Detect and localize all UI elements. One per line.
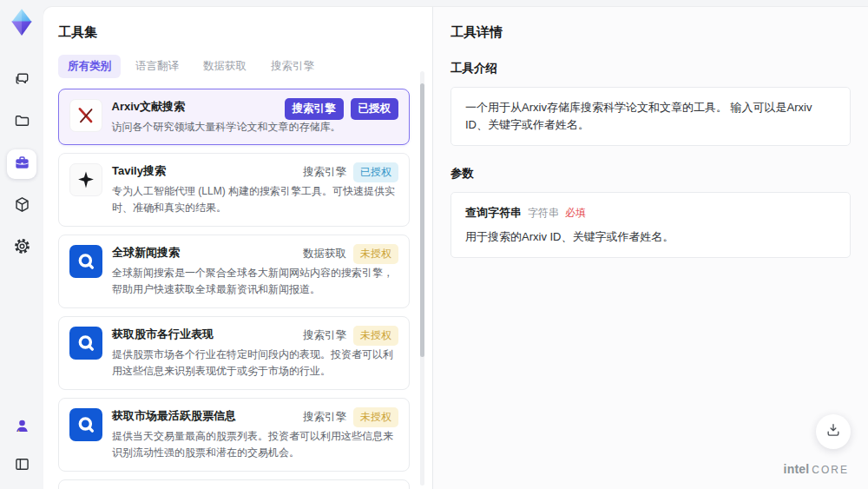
sidebar-item-chat[interactable] <box>7 66 36 96</box>
news-search-icon <box>69 327 102 360</box>
tool-category-tag: 搜索引擎 <box>303 165 346 180</box>
gear-icon <box>13 237 31 259</box>
tavily-star-icon <box>69 163 102 196</box>
tool-status-badge: 未授权 <box>353 326 398 346</box>
sidebar-item-models[interactable] <box>7 191 36 221</box>
tool-card[interactable]: 获取股市各行业表现 提供股票市场各个行业在特定时间段内的表现。投资者可以利用这些… <box>58 316 410 390</box>
sidebar-item-profile[interactable] <box>7 413 36 442</box>
sidebar-item-tools[interactable] <box>7 149 36 179</box>
tool-card[interactable]: Arxiv文献搜索 访问各个研究领域大量科学论文和文章的存储库。 搜索引擎 已授… <box>58 89 410 145</box>
sidebar-item-collapse[interactable] <box>7 451 36 480</box>
toolset-panel: 工具集 所有类别 语言翻译 数据获取 搜索引擎 Arxiv文献搜索 访问各个研究… <box>43 7 433 489</box>
param-description: 用于搜索的Arxiv ID、关键字或作者姓名。 <box>465 228 836 246</box>
intro-box: 一个用于从Arxiv存储库搜索科学论文和文章的工具。 输入可以是Arxiv ID… <box>450 87 851 146</box>
intro-text: 一个用于从Arxiv存储库搜索科学论文和文章的工具。 输入可以是Arxiv ID… <box>465 101 812 131</box>
intro-heading: 工具介绍 <box>450 61 851 76</box>
tool-description: 提供股票市场各个行业在特定时间段内的表现。投资者可以利用这些信息来识别表现优于或… <box>112 347 398 380</box>
tool-card[interactable]: Tavily搜索 专为人工智能代理 (LLM) 构建的搜索引擎工具。可快速提供实… <box>58 153 410 227</box>
category-tab-label: 数据获取 <box>203 60 247 72</box>
rail-bottom <box>7 413 36 480</box>
scrollbar-thumb[interactable] <box>420 83 424 357</box>
news-search-icon <box>69 408 102 441</box>
tool-category-tag: 搜索引擎 <box>303 410 346 425</box>
category-tab-label: 搜索引擎 <box>271 60 314 72</box>
tool-card[interactable]: 万维地区新闻查询 查询具体行政区划内的新闻，快速了解各地新闻动 搜索引擎 未授权 <box>58 479 410 489</box>
list-scrollbar[interactable] <box>420 71 424 486</box>
tool-status-badge: 未授权 <box>353 244 398 264</box>
cube-icon <box>13 195 31 217</box>
main-shell: 工具集 所有类别 语言翻译 数据获取 搜索引擎 Arxiv文献搜索 访问各个研究… <box>43 7 868 489</box>
tool-category-tag: 数据获取 <box>303 247 346 261</box>
app-logo-gem-icon <box>7 7 36 36</box>
param-head: 查询字符串 字符串 必填 <box>465 204 836 221</box>
tool-status-badge: 已授权 <box>351 98 399 120</box>
chat-icon <box>13 70 31 92</box>
tool-description: 访问各个研究领域大量科学论文和文章的存储库。 <box>112 119 399 135</box>
intel-core-logo: intel CORE <box>784 462 849 476</box>
category-tabs: 所有类别 语言翻译 数据获取 搜索引擎 <box>58 55 432 78</box>
params-heading: 参数 <box>450 166 851 182</box>
tool-status-badge: 已授权 <box>353 162 398 182</box>
news-search-icon <box>69 245 102 278</box>
download-button[interactable] <box>816 414 851 449</box>
avatar-icon <box>13 417 31 439</box>
folder-icon <box>13 112 31 134</box>
param-type: 字符串 <box>528 204 559 221</box>
category-tab[interactable]: 搜索引擎 <box>261 55 324 78</box>
briefcase-icon <box>13 154 31 175</box>
download-icon <box>825 421 842 442</box>
category-tab[interactable]: 数据获取 <box>194 55 256 78</box>
tool-tags: 数据获取 未授权 <box>303 244 398 264</box>
rail-nav <box>7 66 36 262</box>
tool-card[interactable]: 全球新闻搜索 全球新闻搜索是一个聚合全球各大新闻网站内容的搜索引擎，帮助用户快速… <box>58 235 410 308</box>
tool-description: 提供当天交易量最高的股票列表。投资者可以利用这些信息来识别流动性强的股票和潜在的… <box>112 428 398 461</box>
tool-tags: 搜索引擎 未授权 <box>303 407 398 427</box>
tool-detail-panel: 工具详情 工具介绍 一个用于从Arxiv存储库搜索科学论文和文章的工具。 输入可… <box>433 7 868 489</box>
param-name: 查询字符串 <box>465 204 522 221</box>
param-required-badge: 必填 <box>565 204 586 221</box>
tool-description: 专为人工智能代理 (LLM) 构建的搜索引擎工具。可快速提供实时、准确和真实的结… <box>112 183 398 216</box>
arxiv-logo-icon <box>69 99 102 132</box>
tool-list: Arxiv文献搜索 访问各个研究领域大量科学论文和文章的存储库。 搜索引擎 已授… <box>58 89 432 489</box>
toolset-title: 工具集 <box>58 24 432 41</box>
tool-status-badge: 未授权 <box>353 407 398 427</box>
sidebar-item-files[interactable] <box>7 108 36 137</box>
tool-category-tag: 搜索引擎 <box>303 328 346 343</box>
tool-tags: 搜索引擎 已授权 <box>285 98 399 120</box>
detail-title: 工具详情 <box>450 24 851 41</box>
brand-core-text: CORE <box>812 464 849 476</box>
tool-category-tag: 搜索引擎 <box>285 98 344 120</box>
category-tab[interactable]: 所有类别 <box>58 55 121 78</box>
icon-rail <box>0 0 43 489</box>
param-box: 查询字符串 字符串 必填 用于搜索的Arxiv ID、关键字或作者姓名。 <box>450 192 851 258</box>
panel-collapse-icon <box>13 455 31 477</box>
category-tab-label: 语言翻译 <box>135 60 179 72</box>
brand-intel-text: intel <box>784 462 810 476</box>
sidebar-item-settings[interactable] <box>7 233 36 262</box>
category-tab[interactable]: 语言翻译 <box>126 55 188 78</box>
category-tab-label: 所有类别 <box>68 60 111 72</box>
tool-description: 全球新闻搜索是一个聚合全球各大新闻网站内容的搜索引擎，帮助用户快速获取全球最新资… <box>112 265 398 298</box>
tool-tags: 搜索引擎 已授权 <box>303 162 398 182</box>
tool-tags: 搜索引擎 未授权 <box>303 326 398 346</box>
tool-card[interactable]: 获取市场最活跃股票信息 提供当天交易量最高的股票列表。投资者可以利用这些信息来识… <box>58 398 410 472</box>
